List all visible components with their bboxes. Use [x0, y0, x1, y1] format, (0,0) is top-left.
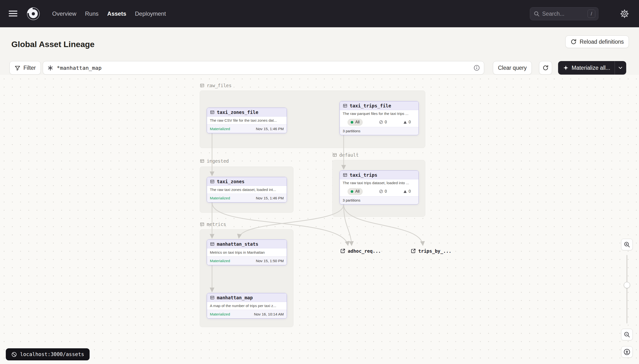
asset-name: taxi_zones: [217, 179, 244, 184]
zoom-slider-track[interactable]: [626, 255, 627, 324]
settings-gear-icon[interactable]: [620, 10, 629, 18]
clear-query-button[interactable]: Clear query: [493, 61, 532, 74]
partitions-failed-chip[interactable]: 0: [379, 189, 387, 194]
nav-item-assets[interactable]: Assets: [107, 10, 126, 17]
asset-name: manhattan_stats: [217, 242, 258, 247]
external-asset-label: trips_by_...: [418, 248, 451, 254]
menu-icon[interactable]: [8, 9, 18, 18]
global-search[interactable]: /: [530, 7, 598, 20]
asset-selection-input[interactable]: [57, 65, 470, 71]
partitions-all-chip[interactable]: All: [348, 119, 363, 126]
asset-node-taxi-zones-file[interactable]: taxi_zones_file The raw CSV file for the…: [207, 108, 287, 133]
external-link-icon: [340, 248, 346, 254]
lineage-graph-canvas[interactable]: raw_files ingested default metrics: [0, 75, 639, 364]
zoom-in-button[interactable]: [621, 239, 633, 250]
triangle-icon: [403, 120, 407, 124]
success-dot-icon: [351, 190, 353, 193]
magnifier-plus-icon: [623, 241, 630, 248]
materialized-timestamp: Nov 16, 10:14 AM: [254, 312, 284, 316]
asset-node-footer: 3 partitions: [340, 196, 418, 204]
refresh-icon: [542, 65, 549, 71]
asset-description: Metrics on taxi trips in Manhattan: [207, 248, 287, 256]
materialized-timestamp: Nov 15, 1:50 PM: [256, 259, 284, 263]
dagster-logo-icon[interactable]: [26, 6, 41, 21]
refresh-icon: [570, 38, 577, 45]
nav-item-runs[interactable]: Runs: [85, 10, 99, 17]
asset-node-manhattan-map[interactable]: manhattan_map A map of the number of tri…: [207, 293, 287, 318]
download-graph-button[interactable]: [621, 346, 633, 358]
asset-node-taxi-zones[interactable]: taxi_zones The raw taxi zones dataset, l…: [207, 177, 287, 202]
materialized-status: Materialized: [210, 127, 230, 131]
partitions-failed-chip[interactable]: 0: [379, 120, 387, 124]
magnifier-minus-icon: [623, 331, 630, 338]
nav-item-overview[interactable]: Overview: [52, 10, 76, 17]
info-icon[interactable]: [473, 64, 480, 71]
asset-node-taxi-trips-file[interactable]: taxi_trips_file The raw parquet files fo…: [340, 101, 419, 135]
reload-definitions-button[interactable]: Reload definitions: [565, 36, 629, 48]
asset-node-taxi-trips[interactable]: taxi_trips The raw taxi trips dataset, l…: [340, 170, 419, 204]
sparkle-icon: [563, 65, 569, 71]
external-asset-trips-by[interactable]: trips_by_...: [411, 248, 451, 254]
dagster-app: Overview Runs Assets Deployment /: [0, 0, 639, 364]
external-link-icon: [411, 248, 416, 254]
table-icon: [343, 172, 348, 178]
materialize-all-button[interactable]: Materialize all...: [558, 61, 614, 74]
partitions-missing-chip[interactable]: 0: [403, 189, 411, 194]
partitions-missing-chip[interactable]: 0: [403, 120, 411, 124]
status-url-text: localhost:3000/assets: [20, 352, 84, 357]
search-shortcut-badge: /: [587, 10, 595, 18]
asset-description: The raw taxi trips dataset, loaded into …: [340, 179, 418, 186]
materialize-all-label: Materialize all...: [572, 65, 610, 71]
partitions-missing-count: 0: [409, 120, 411, 124]
group-label-default: default: [332, 152, 359, 158]
external-asset-label: adhoc_req...: [348, 248, 381, 254]
materialize-dropdown-button[interactable]: [614, 61, 626, 74]
asset-node-manhattan-stats[interactable]: manhattan_stats Metrics on taxi trips in…: [207, 240, 287, 265]
group-label-raw-files: raw_files: [200, 83, 232, 88]
primary-nav: Overview Runs Assets Deployment: [52, 0, 166, 27]
group-grid-icon: [200, 158, 205, 164]
triangle-icon: [403, 190, 407, 194]
refresh-graph-button[interactable]: [539, 61, 552, 74]
search-icon: [533, 10, 540, 17]
partitions-all-label: All: [355, 120, 360, 124]
chevron-down-icon: [617, 65, 623, 71]
asset-node-footer: 3 partitions: [340, 127, 418, 135]
asset-node-header: taxi_trips_file: [340, 102, 418, 110]
group-grid-icon: [200, 83, 205, 88]
search-input[interactable]: [542, 10, 585, 17]
partitions-failed-count: 0: [385, 189, 387, 194]
zoom-slider-handle[interactable]: [624, 282, 630, 288]
asset-name: taxi_trips: [350, 172, 377, 178]
download-circle-icon: [623, 348, 630, 356]
success-dot-icon: [351, 121, 353, 124]
partition-health-row: All 0 0: [340, 117, 418, 127]
table-icon: [210, 295, 215, 300]
asset-name: taxi_zones_file: [217, 110, 258, 115]
asset-node-footer: Materialized Nov 15, 1:46 PM: [207, 124, 287, 133]
materialized-status: Materialized: [210, 259, 230, 263]
partitions-all-label: All: [355, 189, 360, 194]
reload-definitions-label: Reload definitions: [579, 38, 624, 45]
filter-button[interactable]: Filter: [10, 61, 41, 74]
asset-description: The raw taxi zones dataset, loaded int..…: [207, 186, 287, 194]
top-nav: Overview Runs Assets Deployment /: [0, 0, 639, 27]
asset-node-footer: Materialized Nov 16, 10:14 AM: [207, 310, 287, 318]
nav-item-deployment[interactable]: Deployment: [135, 10, 166, 17]
partitions-count-label: 3 partitions: [343, 129, 360, 133]
selection-syntax-icon: [47, 65, 53, 71]
table-icon: [210, 179, 215, 184]
group-name: default: [339, 152, 359, 158]
group-grid-icon: [332, 152, 337, 158]
partitions-all-chip[interactable]: All: [348, 188, 363, 195]
lineage-toolbar: Filter Clear query: [0, 61, 639, 74]
asset-node-footer: Materialized Nov 15, 1:50 PM: [207, 256, 287, 265]
materialized-status: Materialized: [210, 312, 230, 316]
asset-node-header: taxi_zones: [207, 177, 287, 186]
asset-node-header: manhattan_map: [207, 293, 287, 302]
materialized-timestamp: Nov 15, 1:46 PM: [256, 196, 284, 200]
zoom-out-button[interactable]: [621, 329, 633, 340]
materialized-timestamp: Nov 15, 1:46 PM: [256, 127, 284, 131]
circle-slash-icon: [379, 189, 383, 194]
external-asset-adhoc-request[interactable]: adhoc_req...: [340, 248, 381, 254]
